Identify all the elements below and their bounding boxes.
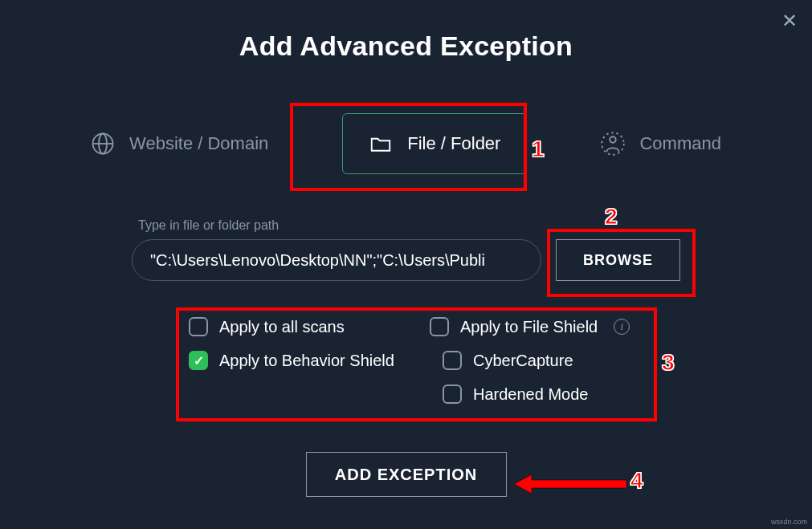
watermark-text: wsxdn.com: [771, 518, 807, 526]
svg-marker-5: [514, 474, 626, 494]
option-label: Hardened Mode: [473, 385, 588, 404]
annotation-number-3: 3: [662, 350, 675, 376]
browse-button[interactable]: BROWSE: [556, 239, 680, 281]
checkbox-cybercapture[interactable]: [443, 351, 462, 370]
globe-icon: [91, 132, 115, 156]
checkbox-file-shield[interactable]: [430, 317, 449, 336]
option-hardened-mode[interactable]: Hardened Mode: [430, 385, 647, 404]
checkbox-behavior-shield[interactable]: [189, 351, 208, 370]
path-section: Type in file or folder path BROWSE: [0, 218, 812, 281]
option-label: Apply to all scans: [219, 318, 345, 336]
annotation-number-1: 1: [532, 136, 545, 162]
tab-label: Website / Domain: [129, 133, 268, 154]
tab-command[interactable]: Command: [575, 114, 746, 173]
checkbox-hardened-mode[interactable]: [443, 385, 462, 404]
option-label: Apply to Behavior Shield: [219, 352, 394, 370]
option-file-shield[interactable]: Apply to File Shield i: [430, 317, 647, 336]
tab-label: File / Folder: [407, 133, 500, 154]
annotation-number-2: 2: [605, 204, 618, 230]
exception-type-tabs: Website / Domain File / Folder Command: [0, 113, 812, 174]
tab-file-folder[interactable]: File / Folder: [342, 113, 527, 174]
path-input-label: Type in file or folder path: [132, 218, 541, 233]
add-exception-button[interactable]: ADD EXCEPTION: [306, 452, 507, 497]
apply-options: Apply to all scans Apply to File Shield …: [189, 317, 812, 404]
checkbox-all-scans[interactable]: [189, 317, 208, 336]
svg-point-3: [610, 136, 617, 143]
dialog-title: Add Advanced Exception: [0, 31, 812, 62]
option-label: Apply to File Shield: [460, 318, 598, 336]
option-behavior-shield[interactable]: Apply to Behavior Shield: [189, 351, 406, 370]
path-input[interactable]: [132, 239, 541, 281]
option-all-scans[interactable]: Apply to all scans: [189, 317, 406, 336]
tab-label: Command: [639, 133, 720, 154]
folder-icon: [369, 132, 393, 156]
option-cybercapture[interactable]: CyberCapture: [430, 351, 647, 370]
annotation-number-4: 4: [630, 468, 643, 494]
option-label: CyberCapture: [473, 352, 573, 370]
info-icon[interactable]: i: [614, 319, 630, 335]
tab-website-domain[interactable]: Website / Domain: [65, 114, 294, 173]
annotation-arrow-icon: [514, 472, 626, 496]
command-icon: [601, 132, 625, 156]
close-button[interactable]: ✕: [781, 10, 798, 32]
